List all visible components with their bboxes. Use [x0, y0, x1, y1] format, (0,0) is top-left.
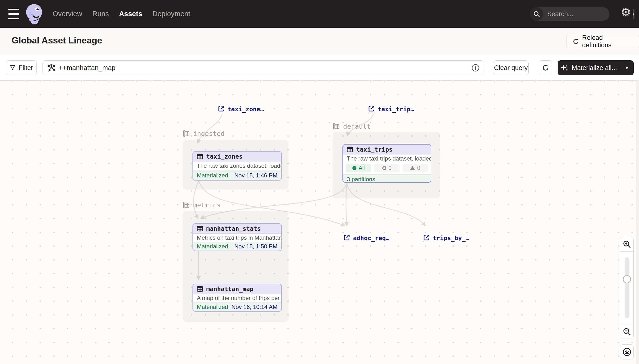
search-icon	[530, 7, 543, 21]
table-icon	[197, 153, 203, 160]
asset-node-manhattan-stats[interactable]: manhattan_stats Metrics on taxi trips in…	[193, 223, 282, 251]
warning-triangle-icon	[410, 166, 415, 170]
group-label-default[interactable]: default	[333, 122, 371, 130]
asset-graph-query-icon	[47, 64, 56, 72]
lineage-toolbar: Filter Clear query	[0, 55, 639, 80]
external-asset-adhoc-req[interactable]: adhoc_req…	[343, 234, 390, 242]
zoom-out-button[interactable]	[620, 324, 633, 339]
asset-name: manhattan_map	[206, 286, 254, 292]
zoom-slider-track	[625, 257, 629, 318]
dagster-logo-icon[interactable]	[25, 3, 44, 24]
download-icon	[622, 347, 631, 356]
status-badge: Materialized	[197, 243, 228, 250]
asset-description: The raw taxi zones dataset, loaded int..…	[193, 162, 281, 170]
zoom-slider-thumb[interactable]	[623, 275, 631, 284]
clear-query-button[interactable]: Clear query	[493, 60, 529, 75]
group-table-icon	[183, 202, 190, 209]
page-title: Global Asset Lineage	[12, 36, 102, 46]
search-shortcut-badge: /	[633, 9, 634, 19]
sparkle-icon	[560, 64, 569, 72]
materialize-all-button[interactable]: Materialize all...	[558, 60, 620, 75]
asset-node-manhattan-map[interactable]: manhattan_map A map of the number of tri…	[193, 284, 282, 312]
reload-definitions-button[interactable]: Reload definitions	[566, 35, 639, 48]
filter-button[interactable]: Filter	[6, 60, 37, 75]
partitions-failed-pill[interactable]: 0	[403, 164, 428, 172]
funnel-icon	[10, 65, 16, 71]
missing-ring-icon	[382, 166, 386, 170]
vertical-scrollbar[interactable]	[636, 80, 639, 364]
zoom-in-icon	[623, 240, 631, 248]
asset-node-taxi-zones[interactable]: taxi_zones The raw taxi zones dataset, l…	[193, 151, 282, 180]
materialize-dropdown-caret[interactable]: ▾	[620, 60, 634, 75]
refresh-graph-button[interactable]	[539, 60, 552, 75]
nav-item-assets[interactable]: Assets	[119, 10, 142, 18]
query-info-icon[interactable]	[471, 64, 480, 72]
external-link-icon	[343, 234, 350, 242]
nav-links: Overview Runs Assets Deployment	[53, 0, 190, 28]
external-asset-trips-by[interactable]: trips_by_…	[423, 234, 469, 242]
group-label-metrics[interactable]: metrics	[183, 201, 221, 209]
partitions-missing-pill[interactable]: 0	[374, 164, 399, 172]
asset-description: The raw taxi trips dataset, loaded into …	[343, 154, 431, 163]
asset-lineage-canvas[interactable]: ingested default metrics taxi_zone…	[0, 80, 639, 364]
zoom-controls	[620, 237, 634, 339]
external-link-icon	[368, 105, 375, 113]
status-badge: Materialized	[197, 304, 228, 310]
settings-gear-icon[interactable]: ⚙	[621, 5, 631, 19]
download-view-button[interactable]	[620, 344, 634, 360]
search-input[interactable]	[547, 10, 633, 18]
table-icon	[347, 146, 353, 152]
table-icon	[197, 226, 203, 232]
partitions-all-pill[interactable]: All	[346, 164, 371, 172]
table-icon	[197, 286, 203, 292]
group-label-ingested[interactable]: ingested	[183, 130, 225, 137]
zoom-out-icon	[623, 328, 631, 336]
materialize-all-split-button: Materialize all... ▾	[558, 60, 634, 75]
status-badge: Materialized	[197, 172, 228, 179]
global-search[interactable]: /	[530, 7, 609, 21]
external-asset-taxi-zone[interactable]: taxi_zone…	[218, 105, 264, 113]
nav-item-runs[interactable]: Runs	[92, 10, 109, 18]
nav-item-deployment[interactable]: Deployment	[152, 10, 190, 18]
partition-count: 3 partitions	[347, 176, 375, 183]
group-table-icon	[183, 130, 190, 137]
asset-selection-input[interactable]	[59, 64, 471, 72]
reload-icon	[572, 38, 579, 45]
materialized-timestamp: Nov 15, 1:46 PM	[234, 172, 277, 179]
asset-name: taxi_trips	[356, 146, 393, 153]
asset-node-taxi-trips[interactable]: taxi_trips The raw taxi trips dataset, l…	[342, 144, 431, 183]
zoom-in-button[interactable]	[620, 237, 633, 251]
asset-description: Metrics on taxi trips in Manhattan	[193, 234, 281, 242]
refresh-icon	[542, 64, 549, 72]
external-asset-taxi-trip[interactable]: taxi_trip…	[368, 105, 414, 113]
asset-name: manhattan_stats	[206, 225, 261, 232]
nav-item-overview[interactable]: Overview	[53, 10, 82, 18]
page-header: Global Asset Lineage Reload definitions	[0, 28, 639, 55]
materialized-timestamp: Nov 16, 10:14 AM	[231, 304, 277, 310]
hamburger-menu-icon[interactable]	[8, 9, 20, 19]
external-link-icon	[218, 105, 225, 113]
partition-health-row: All 0 0	[343, 163, 431, 174]
asset-description: A map of the number of trips per taxi z.…	[193, 294, 281, 302]
asset-name: taxi_zones	[206, 153, 243, 160]
group-table-icon	[333, 123, 340, 130]
top-nav-bar: Overview Runs Assets Deployment / ⚙	[0, 0, 639, 28]
zoom-slider[interactable]	[620, 251, 633, 324]
external-link-icon	[423, 234, 430, 242]
materialized-timestamp: Nov 15, 1:50 PM	[234, 243, 277, 250]
success-dot-icon	[352, 166, 356, 170]
asset-selection-input-wrap	[43, 60, 484, 75]
lineage-edges	[0, 80, 639, 364]
